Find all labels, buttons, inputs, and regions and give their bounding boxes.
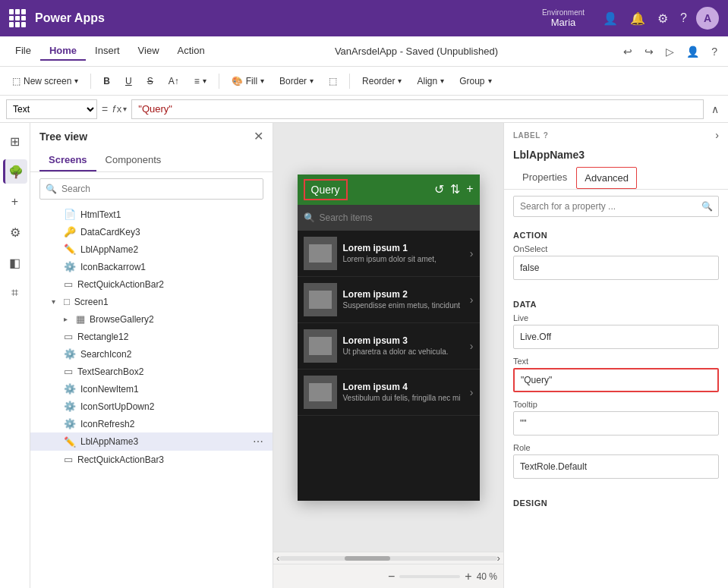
- zoom-minus-button[interactable]: −: [388, 570, 395, 583]
- props-section-action-title: ACTION: [513, 231, 719, 240]
- tree-item-datacardkey3[interactable]: 🔑 DataCardKey3: [30, 223, 273, 241]
- font-size-button[interactable]: A↑: [162, 73, 185, 90]
- props-field-onselect: OnSelect false: [513, 244, 719, 280]
- strikethrough-button[interactable]: S: [141, 73, 159, 90]
- props-role-label: Role: [513, 443, 719, 452]
- tree-item-iconrefresh2[interactable]: ⚙️ IconRefresh2: [30, 415, 273, 432]
- search-bar: 🔍 Search items: [298, 205, 480, 231]
- tree-item-lblappname3[interactable]: ✏️ LblAppName3 ⋯: [30, 432, 273, 451]
- align-button[interactable]: Align ▾: [411, 73, 450, 90]
- props-search-input[interactable]: [513, 196, 719, 217]
- props-text-value[interactable]: "Query": [513, 368, 719, 392]
- list-item-3[interactable]: Lorem ipsum 3 Ut pharetra a dolor ac veh…: [298, 323, 480, 369]
- props-tooltip-value[interactable]: "": [513, 411, 719, 435]
- redo-button[interactable]: ↪: [640, 42, 658, 61]
- header-icon-group: ↺ ⇅ +: [434, 182, 473, 197]
- property-selector[interactable]: Text: [6, 99, 97, 119]
- group-button[interactable]: Group ▾: [453, 73, 497, 90]
- tab-advanced[interactable]: Advanced: [576, 167, 637, 189]
- tree-item-textsearchbox2[interactable]: ▭ TextSearchBox2: [30, 363, 273, 380]
- formula-expand-button[interactable]: ∧: [708, 103, 722, 115]
- nav-home-icon[interactable]: ⊞: [3, 129, 27, 153]
- reorder-label: Reorder: [362, 76, 395, 86]
- tree-item-rectquickactionbar2[interactable]: ▭ RectQuickActionBar2: [30, 275, 273, 293]
- add-icon: +: [466, 182, 473, 197]
- border-dropdown-button[interactable]: Border ▾: [273, 73, 320, 90]
- tree-item-browsegallery2[interactable]: ▸ ▦ BrowseGallery2: [30, 310, 273, 328]
- new-screen-caret: ▾: [74, 77, 78, 85]
- browsegallery2-expand-arrow[interactable]: ▸: [64, 315, 74, 323]
- thumb-1: [304, 237, 337, 270]
- list-item-4[interactable]: Lorem ipsum 4 Vestibulum dui felis, frin…: [298, 369, 480, 416]
- align-text-button[interactable]: ≡ ▾: [188, 73, 213, 90]
- tab-components[interactable]: Components: [96, 149, 171, 171]
- toolbar-sep-2: [219, 74, 219, 89]
- tree-panel: Tree view ✕ Screens Components 🔍 📄 HtmlT…: [30, 123, 273, 588]
- tree-item-screen1[interactable]: ▾ □ Screen1: [30, 293, 273, 310]
- menu-insert[interactable]: Insert: [86, 42, 129, 61]
- menu-view[interactable]: View: [129, 42, 169, 61]
- bold-button[interactable]: B: [97, 73, 116, 90]
- tree-item-iconnewitem1[interactable]: ⚙️ IconNewItem1: [30, 380, 273, 398]
- app-grid-icon[interactable]: [9, 9, 27, 27]
- nav-data-icon[interactable]: ⚙: [3, 220, 27, 244]
- tree-search-input[interactable]: [39, 178, 263, 200]
- tree-item-rectquickactionbar3[interactable]: ▭ RectQuickActionBar3: [30, 451, 273, 468]
- menu-action[interactable]: Action: [169, 42, 214, 61]
- header-title[interactable]: Query: [304, 179, 348, 200]
- props-onselect-value[interactable]: false: [513, 256, 719, 280]
- undo-button[interactable]: ↩: [619, 42, 637, 61]
- zoom-plus-button[interactable]: +: [465, 570, 471, 583]
- scroll-right-button[interactable]: ›: [497, 552, 500, 564]
- fill-button[interactable]: 🎨 Fill ▾: [225, 73, 270, 90]
- screen1-expand-arrow[interactable]: ▾: [52, 297, 62, 306]
- underline-button[interactable]: U: [119, 73, 138, 90]
- menu-home[interactable]: Home: [40, 42, 86, 61]
- formula-input[interactable]: "Query": [131, 99, 704, 119]
- top-bar: Power Apps Environment Maria 👤 🔔 ⚙ ? A: [0, 0, 728, 36]
- props-live-value[interactable]: Live.Off: [513, 325, 719, 349]
- tab-screens[interactable]: Screens: [39, 149, 96, 171]
- canvas-scroll[interactable]: Query ↺ ⇅ + 🔍 Search items: [273, 123, 503, 552]
- fx-button[interactable]: fx ▾: [112, 103, 127, 115]
- tree-item-htmltext1[interactable]: 📄 HtmlText1: [30, 206, 273, 223]
- toolbar: ⬚ New screen ▾ B U S A↑ ≡ ▾ 🎨 Fill ▾ Bor…: [0, 67, 728, 96]
- share-button[interactable]: 👤: [682, 42, 704, 61]
- tree-item-iconsortupdown2[interactable]: ⚙️ IconSortUpDown2: [30, 398, 273, 415]
- help-menu-button[interactable]: ?: [707, 42, 722, 61]
- lblappname3-more-button[interactable]: ⋯: [253, 435, 263, 448]
- props-role-value[interactable]: TextRole.Default: [513, 454, 719, 479]
- formula-bar: Text = fx ▾ "Query" ∧: [0, 96, 728, 123]
- fill-label: Fill: [246, 76, 257, 86]
- user-avatar[interactable]: A: [696, 7, 719, 30]
- tree-item-lblappname2[interactable]: ✏️ LblAppName2: [30, 241, 273, 258]
- props-expand-button[interactable]: ›: [715, 129, 719, 141]
- list-item-1[interactable]: Lorem ipsum 1 Lorem ipsum dolor sit amet…: [298, 231, 480, 277]
- person-icon-button[interactable]: 👤: [597, 8, 624, 29]
- list-item-2[interactable]: Lorem ipsum 2 Suspendisse enim metus, ti…: [298, 277, 480, 323]
- reorder-caret: ▾: [398, 77, 402, 85]
- nav-tree-icon[interactable]: 🌳: [3, 159, 27, 184]
- tree-tabs: Screens Components: [30, 149, 273, 172]
- canvas-horizontal-scrollbar[interactable]: ‹ ›: [273, 552, 503, 564]
- settings-icon-button[interactable]: ⚙: [651, 8, 674, 29]
- nav-components-icon[interactable]: ◧: [3, 250, 27, 275]
- tree-item-rectangle12[interactable]: ▭ Rectangle12: [30, 328, 273, 345]
- border-caret: ▾: [310, 77, 314, 85]
- help-icon-button[interactable]: ?: [674, 8, 693, 28]
- tree-item-searchicon2[interactable]: ⚙️ SearchIcon2: [30, 345, 273, 363]
- tree-close-button[interactable]: ✕: [254, 129, 263, 143]
- bell-icon-button[interactable]: 🔔: [624, 8, 651, 29]
- menu-file[interactable]: File: [6, 42, 40, 61]
- border-extra-button[interactable]: ⬚: [323, 73, 343, 90]
- nav-add-icon[interactable]: +: [3, 190, 27, 214]
- tab-properties[interactable]: Properties: [513, 167, 576, 189]
- fill-caret: ▾: [260, 77, 264, 85]
- new-screen-button[interactable]: ⬚ New screen ▾: [6, 73, 84, 90]
- nav-variables-icon[interactable]: ⌗: [3, 281, 27, 305]
- search-bar-icon: 🔍: [304, 212, 315, 223]
- tree-item-iconbackarrow1[interactable]: ⚙️ IconBackarrow1: [30, 258, 273, 275]
- reorder-button[interactable]: Reorder ▾: [356, 73, 408, 90]
- props-label-help-icon[interactable]: ?: [544, 131, 549, 140]
- play-button[interactable]: ▷: [661, 42, 679, 61]
